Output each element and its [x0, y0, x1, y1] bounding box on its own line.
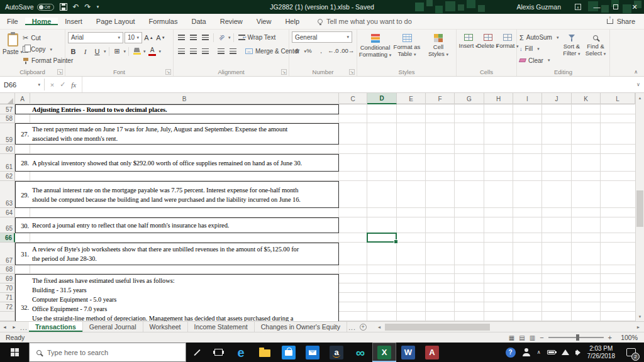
- font-name-select[interactable]: Arial▾: [68, 32, 123, 43]
- row-header-67[interactable]: 67: [0, 243, 15, 265]
- delete-cells-button[interactable]: Delete ▾: [479, 31, 497, 66]
- save-button[interactable]: [60, 3, 67, 11]
- undo-button[interactable]: ↶: [73, 3, 79, 11]
- column-header-B[interactable]: B: [30, 93, 339, 104]
- start-button[interactable]: [0, 343, 29, 362]
- active-cell[interactable]: [367, 233, 397, 243]
- conditional-formatting-button[interactable]: ConditionalFormatting ▾: [360, 31, 391, 66]
- action-center-button[interactable]: 2: [621, 343, 640, 362]
- insert-function-button[interactable]: fx: [71, 81, 76, 89]
- sheet-more-left-button[interactable]: ...: [19, 322, 29, 332]
- help-icon[interactable]: ?: [506, 348, 516, 358]
- sheet-scroll-right-button[interactable]: ►: [9, 322, 19, 332]
- edge-icon[interactable]: e: [229, 343, 253, 362]
- underline-button[interactable]: U: [92, 46, 103, 57]
- top-align-button[interactable]: [176, 32, 187, 43]
- tab-file[interactable]: File: [0, 14, 25, 29]
- font-size-select[interactable]: 10▾: [125, 32, 142, 43]
- word-icon[interactable]: W: [396, 343, 420, 362]
- autosave-toggle[interactable]: AutoSave Off: [5, 3, 54, 11]
- row-header-60[interactable]: 60: [0, 145, 15, 154]
- ribbon-display-options-button[interactable]: ∧: [569, 0, 587, 14]
- clear-dropdown[interactable]: ▾: [548, 58, 550, 63]
- network-icon[interactable]: [562, 349, 569, 355]
- quick-access-toolbar-dropdown[interactable]: ▾: [97, 3, 99, 11]
- redo-button[interactable]: ↷: [85, 3, 91, 11]
- taskbar-clock[interactable]: 2:03 PM 7/26/2018: [587, 345, 616, 359]
- sheet-tab-changes-in-owner-s-equity[interactable]: Changes in Owner's Equity: [255, 322, 347, 332]
- windows-ink-button[interactable]: [186, 343, 208, 362]
- fill-button[interactable]: ↓Fill▾: [519, 43, 559, 54]
- row-header-61[interactable]: 61: [0, 154, 15, 172]
- cancel-entry-button[interactable]: ×: [50, 81, 54, 89]
- font-dialog-launcher[interactable]: ↘: [165, 69, 171, 75]
- name-box[interactable]: D66▾: [0, 77, 44, 92]
- sheet-tab-general-journal[interactable]: General Journal: [83, 322, 143, 332]
- column-header-E[interactable]: E: [397, 93, 426, 104]
- new-sheet-button[interactable]: +: [357, 322, 369, 332]
- store-icon[interactable]: [277, 343, 301, 362]
- decrease-decimal-button[interactable]: .00→: [340, 45, 354, 57]
- orientation-dropdown[interactable]: ▾: [228, 35, 231, 40]
- amazon-icon[interactable]: a: [325, 343, 348, 362]
- scroll-left-button[interactable]: ◄: [375, 325, 384, 329]
- mail-icon[interactable]: [301, 343, 325, 362]
- share-button[interactable]: Share: [598, 14, 644, 29]
- font-color-button[interactable]: A: [147, 46, 158, 57]
- increase-decimal-button[interactable]: ←.0: [328, 45, 339, 57]
- bold-button[interactable]: B: [68, 46, 79, 57]
- chevron-up-icon[interactable]: ∧: [537, 349, 541, 355]
- fill-color-dropdown[interactable]: ▾: [143, 49, 146, 54]
- tab-view[interactable]: View: [250, 18, 279, 25]
- name-box-dropdown[interactable]: ▾: [38, 82, 40, 87]
- amazon-drive-icon[interactable]: ∞: [348, 343, 372, 362]
- row-header-63[interactable]: 63: [0, 181, 15, 208]
- row-header-70[interactable]: 70: [0, 283, 15, 293]
- battery-icon[interactable]: [547, 350, 555, 354]
- row-header-57[interactable]: 57: [0, 104, 15, 114]
- format-cells-button[interactable]: Format ▾: [498, 31, 516, 66]
- row-header-64[interactable]: 64: [0, 208, 15, 217]
- number-format-select[interactable]: General▾: [292, 31, 352, 43]
- percent-style-button[interactable]: %: [304, 45, 314, 57]
- decrease-font-size-button[interactable]: A▼: [155, 32, 166, 43]
- sheet-tab-worksheet[interactable]: Worksheet: [143, 322, 188, 332]
- zoom-slider[interactable]: [548, 337, 604, 338]
- italic-button[interactable]: I: [80, 46, 91, 57]
- scroll-right-button[interactable]: ►: [634, 325, 643, 329]
- tab-insert[interactable]: Insert: [58, 18, 89, 25]
- orientation-button[interactable]: ab: [216, 32, 227, 43]
- confirm-entry-button[interactable]: ✓: [60, 80, 65, 89]
- row-header-66[interactable]: 66: [0, 233, 15, 243]
- scroll-up-button[interactable]: ▲: [636, 93, 644, 102]
- autosum-dropdown[interactable]: ▾: [557, 35, 559, 40]
- row-header-65[interactable]: 65: [0, 217, 15, 233]
- sort-filter-button[interactable]: Sort &Filter ▾: [560, 31, 583, 66]
- vertical-scroll-thumb[interactable]: [636, 190, 643, 227]
- decrease-indent-button[interactable]: [216, 46, 226, 57]
- number-dialog-launcher[interactable]: ↘: [349, 69, 355, 75]
- minimize-button[interactable]: —: [587, 0, 606, 14]
- comma-style-button[interactable]: ,: [316, 45, 326, 57]
- alignment-dialog-launcher[interactable]: ↘: [281, 69, 287, 75]
- cell-styles-button[interactable]: CellStyles ▾: [423, 31, 453, 66]
- insert-cells-button[interactable]: Insert ▾: [459, 31, 477, 66]
- column-header-L[interactable]: L: [601, 93, 635, 104]
- column-header-I[interactable]: I: [513, 93, 542, 104]
- sheet-scroll-left-button[interactable]: ◄: [0, 322, 9, 332]
- task-view-button[interactable]: [208, 343, 229, 362]
- fill-dropdown[interactable]: ▾: [537, 47, 540, 52]
- vertical-scrollbar[interactable]: ▲ ▼: [635, 93, 644, 321]
- maximize-button[interactable]: [606, 0, 625, 14]
- column-header-J[interactable]: J: [542, 93, 572, 104]
- access-icon[interactable]: A: [420, 343, 444, 362]
- column-header-K[interactable]: K: [572, 93, 601, 104]
- column-header-A[interactable]: A: [15, 93, 30, 104]
- column-header-C[interactable]: C: [339, 93, 367, 104]
- fill-color-button[interactable]: [131, 46, 142, 57]
- autosum-button[interactable]: ΣAutoSum▾: [519, 32, 559, 43]
- zoom-percentage[interactable]: 100%: [616, 334, 638, 341]
- borders-button[interactable]: ⊞: [112, 46, 123, 57]
- clear-button[interactable]: Clear▾: [519, 55, 559, 66]
- tab-data[interactable]: Data: [184, 18, 213, 25]
